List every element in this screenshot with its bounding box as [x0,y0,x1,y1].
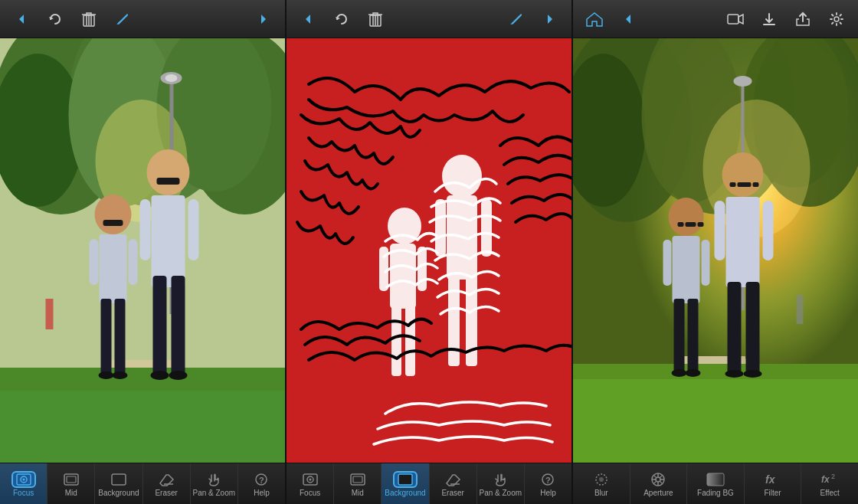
svg-rect-113 [678,222,684,227]
tool-background-left[interactable]: Background [95,463,142,504]
tool-focus-left[interactable]: Focus [0,463,47,504]
svg-rect-114 [686,222,696,227]
panel-left: Focus Mid Background [0,0,287,504]
svg-rect-123 [797,295,804,324]
gear-button[interactable] [823,5,850,33]
pen-button-center[interactable] [503,5,530,33]
svg-point-120 [686,369,701,377]
svg-rect-36 [115,299,126,375]
svg-rect-26 [153,276,167,375]
blur-icon [589,471,614,488]
download-button[interactable] [755,5,783,33]
tool-focus-label-left: Focus [13,489,34,497]
svg-marker-84 [738,15,743,24]
tool-eraser-center[interactable]: Eraser [430,463,477,504]
svg-text:fx: fx [821,474,830,485]
undo-button-left[interactable] [41,5,69,33]
svg-point-32 [95,195,132,234]
svg-rect-19 [0,391,285,463]
home-button[interactable] [581,5,608,33]
svg-text:?: ? [259,476,264,485]
tool-help-left[interactable]: ? Help [238,463,285,504]
svg-rect-115 [698,222,704,227]
svg-rect-33 [103,220,123,226]
forward-button-center[interactable] [536,5,564,33]
undo-button-center[interactable] [328,5,355,33]
svg-text:?: ? [545,476,551,485]
tool-help-label-center: Help [540,489,556,497]
tool-help-center[interactable]: ? Help [525,463,571,504]
tool-pan-left[interactable]: Pan & Zoom [191,463,238,504]
svg-rect-106 [728,282,742,375]
back-button-left[interactable] [8,5,35,33]
tool-background-center[interactable]: Background [382,463,429,504]
svg-rect-107 [746,282,760,375]
pen-button-left[interactable] [109,5,136,33]
toolbar-left [0,0,285,38]
toolbar-right [573,0,858,38]
svg-rect-105 [726,197,760,287]
tool-mid-center[interactable]: Mid [334,463,382,504]
bottom-bar-right: Blur Ape [573,463,858,504]
image-center[interactable] [287,38,571,463]
svg-point-125 [599,477,604,482]
tool-filter[interactable]: fx Filter [745,463,802,504]
toolbar-center [287,0,571,38]
app-container: Focus Mid Background [0,0,858,504]
svg-marker-7 [261,15,266,24]
tool-eraser-left[interactable]: Eraser [143,463,191,504]
eraser-icon-left [154,471,178,488]
tool-fading-bg[interactable]: Fading BG [687,463,745,504]
video-button[interactable] [722,5,749,33]
svg-rect-122 [702,240,710,286]
background-icon-center [393,471,418,488]
tool-background-label-center: Background [385,489,425,497]
mid-icon-left [59,471,84,488]
svg-point-100 [734,76,752,87]
tool-blur[interactable]: Blur [573,463,630,504]
tool-focus-center[interactable]: Focus [287,463,334,504]
svg-marker-0 [19,15,24,24]
help-icon-left: ? [249,471,273,488]
svg-rect-30 [140,199,151,260]
svg-rect-85 [763,24,775,25]
tool-aperture[interactable]: Aperture [630,463,688,504]
svg-rect-41 [46,299,54,329]
svg-rect-110 [715,201,725,260]
svg-point-101 [722,152,764,197]
trash-button-center[interactable] [362,5,389,33]
tool-eraser-label-left: Eraser [155,489,177,497]
svg-rect-40 [129,239,138,285]
tool-mid-label-center: Mid [352,489,364,497]
tool-eraser-label-center: Eraser [441,489,463,497]
tool-pan-center[interactable]: Pan & Zoom [477,463,525,504]
svg-line-135 [654,481,657,483]
effect-icon: fx 2 [817,471,842,488]
panel-center: Focus Mid Background [287,0,573,504]
svg-rect-68 [391,303,401,376]
tool-effect[interactable]: fx 2 Effect [801,463,858,504]
back-button-center[interactable] [294,5,322,33]
forward-button-left[interactable] [250,5,277,33]
svg-line-134 [660,475,663,477]
svg-point-112 [669,198,704,236]
svg-text:2: 2 [831,473,835,480]
svg-point-29 [169,371,188,380]
filter-icon: fx [761,471,785,488]
svg-rect-121 [663,240,672,286]
drawing-canvas[interactable] [287,38,571,463]
tool-focus-label-center: Focus [300,489,320,497]
tool-fading-bg-label: Fading BG [697,489,734,497]
svg-point-28 [151,371,169,380]
share-button[interactable] [789,5,817,33]
toolbar-right-left [581,5,642,33]
tool-mid-left[interactable]: Mid [47,463,95,504]
svg-rect-34 [100,234,127,303]
background-icon-left [106,471,131,488]
focus-icon-left [11,471,36,488]
aperture-icon [646,471,670,488]
back-button-right[interactable] [614,5,642,33]
help-icon-center: ? [535,471,560,488]
svg-text:fx: fx [765,473,776,486]
trash-button-left[interactable] [75,5,103,33]
